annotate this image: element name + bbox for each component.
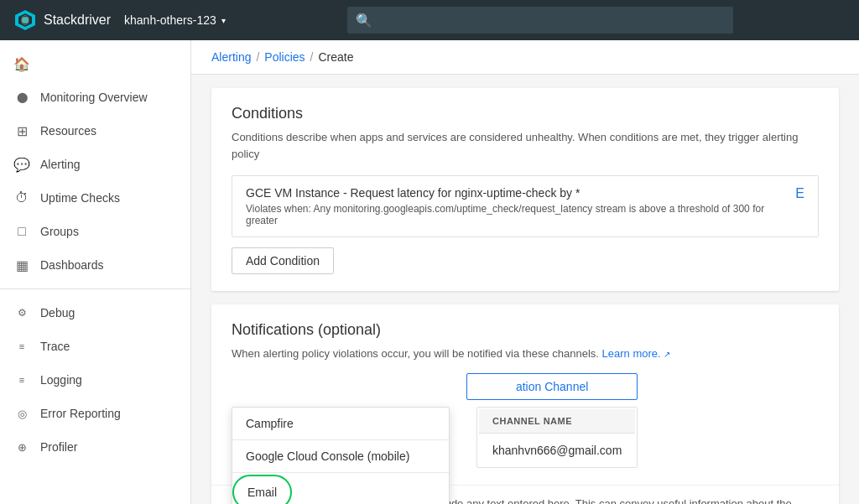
dropdown-item-google-cloud[interactable]: Google Cloud Console (mobile) bbox=[232, 440, 449, 472]
sidebar-item-debug[interactable]: ⚙ Debug bbox=[0, 296, 190, 330]
profiler-icon: ⊕ bbox=[13, 439, 30, 455]
channel-table: CHANNEL NAME khanhvn666@gmail.com bbox=[476, 407, 638, 468]
content-area: Alerting / Policies / Create Conditions … bbox=[191, 40, 859, 504]
stackdriver-logo-icon bbox=[13, 8, 37, 32]
project-name: khanh-others-123 bbox=[124, 13, 216, 27]
dropdown-item-campfire[interactable]: Campfire bbox=[232, 408, 449, 439]
trace-icon: ≡ bbox=[13, 338, 30, 355]
breadcrumb-current: Create bbox=[319, 50, 354, 64]
sidebar-item-uptime[interactable]: ⏱ Uptime Checks bbox=[0, 181, 190, 215]
sidebar-divider bbox=[0, 288, 190, 289]
sidebar-item-profiler[interactable]: ⊕ Profiler bbox=[0, 430, 190, 464]
main-layout: 🏠 ⬤ Monitoring Overview ⊞ Resources 💬 Al… bbox=[0, 40, 859, 504]
project-selector[interactable]: khanh-others-123 ▾ bbox=[124, 13, 226, 27]
conditions-description: Conditions describe when apps and servic… bbox=[232, 129, 819, 162]
notifications-inner: Notifications (optional) When alerting p… bbox=[211, 304, 839, 485]
groups-icon: □ bbox=[13, 223, 30, 240]
sidebar-item-monitoring[interactable]: ⬤ Monitoring Overview bbox=[0, 81, 190, 114]
sidebar-item-label: Trace bbox=[40, 340, 70, 353]
conditions-card: Conditions Conditions describe when apps… bbox=[211, 88, 839, 291]
logging-icon: ≡ bbox=[13, 372, 30, 388]
svg-point-2 bbox=[22, 17, 29, 23]
right-panel: ation Channel CHANNEL NAME bbox=[466, 373, 638, 468]
sidebar-item-label: Groups bbox=[40, 225, 79, 238]
sidebar-item-label: Uptime Checks bbox=[40, 191, 120, 205]
dropdown-item-email[interactable]: Email bbox=[232, 473, 449, 504]
sidebar: 🏠 ⬤ Monitoring Overview ⊞ Resources 💬 Al… bbox=[0, 40, 191, 504]
breadcrumb-sep2: / bbox=[310, 50, 314, 64]
sidebar-item-home[interactable]: 🏠 bbox=[0, 47, 190, 81]
error-reporting-icon: ◎ bbox=[13, 405, 30, 422]
sidebar-item-label: Error Reporting bbox=[40, 407, 121, 420]
channel-name-header: CHANNEL NAME bbox=[479, 409, 635, 434]
condition-title: GCE VM Instance - Request latency for ng… bbox=[246, 186, 795, 200]
channel-table-wrap: CHANNEL NAME khanhvn666@gmail.com bbox=[476, 407, 638, 468]
condition-info: GCE VM Instance - Request latency for ng… bbox=[246, 186, 795, 226]
home-icon: 🏠 bbox=[13, 55, 30, 72]
add-condition-button[interactable]: Add Condition bbox=[232, 247, 334, 274]
sidebar-item-resources[interactable]: ⊞ Resources bbox=[0, 114, 190, 148]
email-circle[interactable]: Email bbox=[232, 475, 292, 504]
breadcrumb-alerting[interactable]: Alerting bbox=[211, 50, 251, 64]
notifications-desc: When alerting policy violations occur, y… bbox=[232, 347, 819, 360]
channel-name-cell: khanhvn666@gmail.com bbox=[479, 435, 635, 465]
breadcrumb: Alerting / Policies / Create bbox=[191, 40, 859, 75]
notifications-title: Notifications (optional) bbox=[232, 321, 819, 339]
sidebar-item-groups[interactable]: □ Groups bbox=[0, 215, 190, 248]
sidebar-item-label: Alerting bbox=[40, 158, 80, 171]
sidebar-item-label: Logging bbox=[40, 373, 82, 387]
external-link-icon: ↗ bbox=[664, 350, 670, 359]
learn-more-label: Learn more. bbox=[602, 347, 661, 360]
table-row: khanhvn666@gmail.com bbox=[479, 435, 635, 465]
condition-edit-button[interactable]: E bbox=[795, 186, 804, 201]
channel-type-list: Campfire Google Cloud Console (mobile) E… bbox=[232, 407, 450, 504]
logo: Stackdriver bbox=[13, 8, 111, 32]
breadcrumb-sep1: / bbox=[256, 50, 259, 64]
sidebar-item-label: Profiler bbox=[40, 440, 77, 454]
add-notification-channel-button[interactable]: ation Channel bbox=[466, 373, 638, 400]
topnav: Stackdriver khanh-others-123 ▾ 🔍 bbox=[0, 0, 859, 40]
breadcrumb-policies[interactable]: Policies bbox=[264, 50, 305, 64]
alerting-icon: 💬 bbox=[13, 156, 30, 173]
sidebar-item-dashboards[interactable]: ▦ Dashboards bbox=[0, 248, 190, 282]
sidebar-item-logging[interactable]: ≡ Logging bbox=[0, 363, 190, 397]
uptime-icon: ⏱ bbox=[13, 190, 30, 206]
notifications-controls: Campfire Google Cloud Console (mobile) E… bbox=[232, 373, 819, 468]
condition-desc: Violates when: Any monitoring.googleapis… bbox=[246, 203, 795, 226]
search-input[interactable] bbox=[347, 7, 733, 34]
chevron-down-icon: ▾ bbox=[221, 16, 226, 25]
sidebar-item-label: Debug bbox=[40, 306, 75, 320]
sidebar-item-label: Dashboards bbox=[40, 258, 104, 272]
notifications-section: Notifications (optional) When alerting p… bbox=[211, 304, 839, 504]
logo-text: Stackdriver bbox=[44, 13, 111, 28]
debug-icon: ⚙ bbox=[13, 304, 30, 321]
condition-item: GCE VM Instance - Request latency for ng… bbox=[232, 175, 819, 237]
monitoring-icon: ⬤ bbox=[13, 89, 30, 106]
sidebar-item-label: Monitoring Overview bbox=[40, 91, 148, 104]
conditions-title: Conditions bbox=[232, 105, 819, 122]
learn-more-link[interactable]: Learn more. ↗ bbox=[602, 347, 671, 360]
notifications-desc-text: When alerting policy violations occur, y… bbox=[232, 347, 599, 360]
conditions-section: Conditions Conditions describe when apps… bbox=[211, 88, 839, 291]
dropdown-scroll: Campfire Google Cloud Console (mobile) E… bbox=[232, 408, 449, 504]
notifications-card: Notifications (optional) When alerting p… bbox=[211, 304, 839, 504]
dashboards-icon: ▦ bbox=[13, 257, 30, 273]
sidebar-item-label: Resources bbox=[40, 124, 96, 138]
sidebar-item-error-reporting[interactable]: ◎ Error Reporting bbox=[0, 397, 190, 430]
resources-icon: ⊞ bbox=[13, 122, 30, 139]
sidebar-item-trace[interactable]: ≡ Trace bbox=[0, 330, 190, 363]
add-notif-btn-label: ation Channel bbox=[516, 380, 588, 393]
search-wrap: 🔍 bbox=[347, 7, 733, 34]
sidebar-item-alerting[interactable]: 💬 Alerting bbox=[0, 148, 190, 181]
